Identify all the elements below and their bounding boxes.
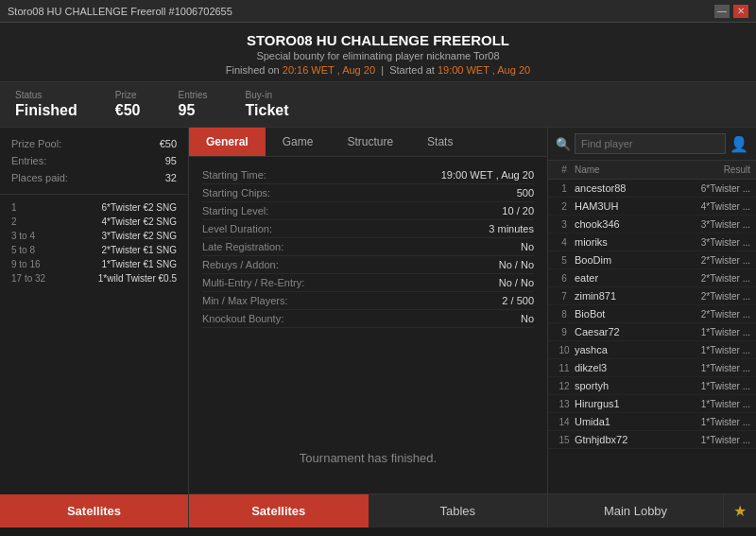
player-name: yashca — [575, 344, 684, 355]
player-name: ancestor88 — [575, 182, 684, 194]
find-player-input[interactable] — [575, 133, 726, 154]
info-row: Late Registration:No — [202, 238, 534, 256]
player-row[interactable]: 5BooDim2*Twister ... — [548, 251, 756, 269]
player-num: 10 — [554, 345, 575, 355]
player-list: 1ancestor886*Twister ...2HAM3UH4*Twister… — [548, 180, 756, 449]
player-num: 15 — [554, 435, 575, 445]
tournament-subtitle: Special bounty for eliminating player ni… — [0, 50, 756, 61]
tournament-time: Finished on 20:16 WET , Aug 20 | Started… — [0, 64, 756, 76]
info-label: Knockout Bounty: — [202, 313, 284, 324]
player-row[interactable]: 8BioBot2*Twister ... — [548, 305, 756, 323]
player-table: # Name Result 1ancestor886*Twister ...2H… — [548, 161, 756, 493]
info-value: 10 / 20 — [502, 205, 534, 216]
minimize-button[interactable]: — — [714, 5, 730, 18]
player-row[interactable]: 12sportyh1*Twister ... — [548, 377, 756, 395]
player-num: 9 — [554, 327, 575, 337]
player-row[interactable]: 1ancestor886*Twister ... — [548, 180, 756, 198]
player-result: 1*Twister ... — [684, 327, 750, 337]
info-row: Starting Level:10 / 20 — [202, 202, 534, 220]
favorite-button[interactable]: ★ — [723, 494, 756, 527]
player-row[interactable]: 13Hirurgus11*Twister ... — [548, 395, 756, 413]
info-value: 19:00 WET , Aug 20 — [441, 169, 534, 181]
player-row[interactable]: 4mioriks3*Twister ... — [548, 233, 756, 251]
buyin-label: Buy-in — [246, 90, 289, 100]
info-value: No / No — [499, 259, 534, 270]
payout-row: 17 to 321*wild Twister €0.5 — [11, 271, 177, 285]
info-row: Multi-Entry / Re-Entry:No / No — [202, 274, 534, 292]
header-result: Result — [684, 164, 750, 175]
search-bar: 🔍 👤 — [548, 128, 756, 161]
player-row[interactable]: 7zimin8712*Twister ... — [548, 287, 756, 305]
player-name: Gtnhjdbx72 — [575, 434, 684, 445]
close-button[interactable]: ✕ — [733, 5, 748, 18]
player-result: 1*Twister ... — [684, 417, 750, 427]
entries-item: Entries 95 — [178, 90, 207, 119]
player-result: 6*Twister ... — [684, 183, 750, 194]
satellites-button[interactable]: Satellites — [0, 494, 188, 527]
player-row[interactable]: 11dikzel31*Twister ... — [548, 359, 756, 377]
player-row[interactable]: 10yashca1*Twister ... — [548, 341, 756, 359]
player-result: 3*Twister ... — [684, 219, 750, 230]
player-row[interactable]: 15Gtnhjdbx721*Twister ... — [548, 431, 756, 449]
player-row[interactable]: 9Caesar721*Twister ... — [548, 323, 756, 341]
prize-value: €50 — [115, 102, 141, 119]
payout-pos: 2 — [11, 216, 59, 227]
payout-table: 16*Twister €2 SNG24*Twister €2 SNG3 to 4… — [0, 195, 188, 494]
payout-row: 24*Twister €2 SNG — [11, 215, 177, 229]
player-num: 5 — [554, 255, 575, 266]
add-player-icon[interactable]: 👤 — [730, 135, 748, 153]
tab-structure[interactable]: Structure — [330, 128, 410, 156]
prize-pool-value: €50 — [160, 138, 177, 149]
tab-stats[interactable]: Stats — [410, 128, 470, 156]
payout-pos: 17 to 32 — [11, 273, 59, 284]
info-row: Rebuys / Addon:No / No — [202, 256, 534, 274]
player-table-header: # Name Result — [548, 161, 756, 180]
info-value: No / No — [499, 277, 534, 288]
info-row: Min / Max Players:2 / 500 — [202, 292, 534, 310]
tournament-header: STORO08 HU CHALLENGE FREEROLL Special bo… — [0, 23, 756, 82]
payout-row: 5 to 82*Twister €1 SNG — [11, 243, 177, 257]
title-bar-text: Storo08 HU CHALLENGE Freeroll #100670265… — [8, 6, 232, 17]
middle-panel: GeneralGameStructureStats Starting Time:… — [189, 128, 548, 527]
info-label: Min / Max Players: — [202, 295, 287, 306]
player-result: 2*Twister ... — [684, 273, 750, 284]
bottom-buttons: Satellites Tables — [189, 493, 547, 527]
info-label: Starting Level: — [202, 205, 268, 216]
info-label: Late Registration: — [202, 241, 284, 252]
started-at-label: Started at — [389, 64, 435, 76]
entries-value: 95 — [178, 102, 207, 119]
player-row[interactable]: 2HAM3UH4*Twister ... — [548, 198, 756, 216]
buyin-value: Ticket — [246, 102, 289, 119]
player-num: 2 — [554, 201, 575, 212]
info-row: Starting Time:19:00 WET , Aug 20 — [202, 166, 534, 184]
player-result: 1*Twister ... — [684, 381, 750, 391]
player-num: 6 — [554, 273, 575, 284]
player-result: 2*Twister ... — [684, 255, 750, 266]
player-row[interactable]: 6eater2*Twister ... — [548, 269, 756, 287]
info-value: 500 — [517, 187, 534, 199]
tournament-title: STORO08 HU CHALLENGE FREEROLL — [0, 32, 756, 48]
places-paid-label: Places paid: — [11, 172, 68, 183]
info-label: Level Duration: — [202, 223, 272, 234]
info-value: 3 minutes — [489, 223, 534, 234]
player-name: HAM3UH — [575, 200, 684, 212]
payout-pos: 5 to 8 — [11, 245, 59, 255]
info-label: Multi-Entry / Re-Entry: — [202, 277, 304, 288]
header-num: # — [554, 164, 575, 175]
entries-label: Entries — [178, 90, 207, 100]
status-value: Finished — [15, 102, 77, 119]
info-row: Level Duration:3 minutes — [202, 220, 534, 238]
payout-pos: 9 to 16 — [11, 259, 59, 269]
player-name: dikzel3 — [575, 362, 684, 373]
prize-pool-label: Prize Pool: — [11, 138, 61, 149]
payout-pos: 3 to 4 — [11, 231, 59, 241]
bottom-satellites-button[interactable]: Satellites — [189, 494, 369, 527]
tab-general[interactable]: General — [189, 128, 266, 156]
finished-time: 20:16 WET , Aug 20 — [283, 64, 375, 76]
info-value: No — [521, 313, 534, 324]
tables-button[interactable]: Tables — [369, 494, 548, 527]
player-row[interactable]: 3chook3463*Twister ... — [548, 216, 756, 233]
tab-game[interactable]: Game — [266, 128, 331, 156]
player-row[interactable]: 14Umida11*Twister ... — [548, 413, 756, 431]
main-lobby-button[interactable]: Main Lobby — [548, 494, 723, 527]
